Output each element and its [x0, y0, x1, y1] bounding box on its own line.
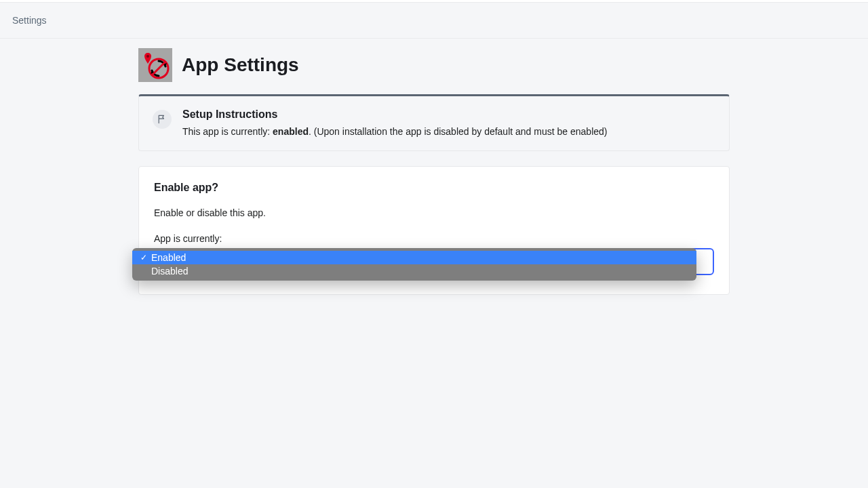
setup-status-text: This app is currently: enabled. (Upon in…: [182, 126, 607, 137]
setup-status: enabled: [273, 126, 309, 137]
option-disabled-label: Disabled: [151, 266, 188, 277]
flag-icon: [153, 110, 172, 129]
breadcrumb: Settings: [0, 3, 868, 39]
setup-prefix: This app is currently:: [182, 126, 273, 137]
setup-body: Setup Instructions This app is currently…: [182, 108, 607, 137]
main-container: App Settings Setup Instructions This app…: [138, 39, 730, 295]
enable-select-dropdown[interactable]: ✓ Enabled Disabled: [132, 248, 696, 281]
option-enabled-label: Enabled: [151, 252, 186, 263]
svg-line-4: [152, 62, 165, 75]
setup-heading: Setup Instructions: [182, 108, 607, 121]
enable-heading: Enable app?: [154, 182, 714, 194]
option-disabled[interactable]: Disabled: [132, 264, 696, 278]
svg-point-0: [146, 55, 149, 58]
page-title: App Settings: [182, 54, 299, 76]
location-nosync-icon: [140, 50, 170, 80]
check-icon: ✓: [139, 253, 149, 262]
option-enabled[interactable]: ✓ Enabled: [132, 251, 696, 264]
enable-label: App is currently:: [154, 233, 714, 244]
enable-app-card: Enable app? Enable or disable this app. …: [138, 166, 730, 295]
setup-instructions-card: Setup Instructions This app is currently…: [138, 94, 730, 151]
app-icon: [138, 48, 172, 82]
title-row: App Settings: [138, 48, 730, 82]
setup-suffix: . (Upon installation the app is disabled…: [309, 126, 608, 137]
breadcrumb-label[interactable]: Settings: [12, 15, 47, 26]
enable-description: Enable or disable this app.: [154, 207, 714, 218]
